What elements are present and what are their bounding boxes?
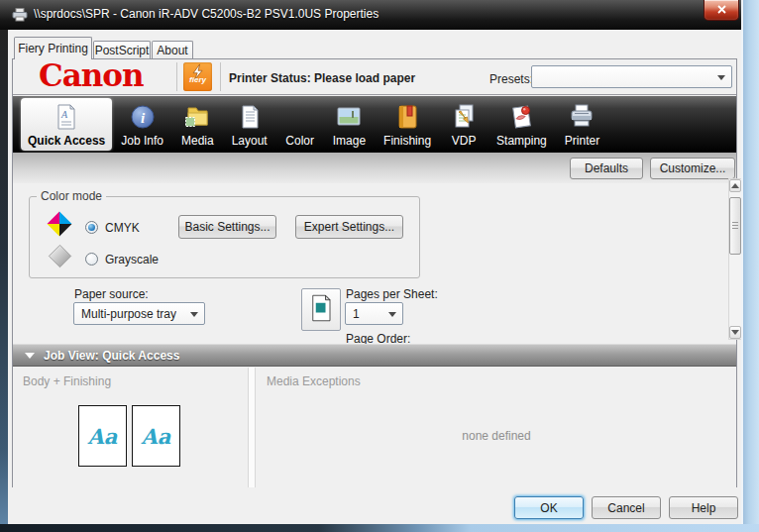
toolbar-item-label: Stamping — [496, 134, 547, 148]
chevron-down-icon — [717, 75, 725, 80]
body-finishing-title: Body + Finishing — [23, 374, 111, 388]
window-frame-right — [741, 0, 759, 532]
printer-status-label: Printer Status: — [229, 71, 311, 85]
close-button[interactable] — [704, 0, 739, 21]
page-preview-thumbnail: Aa — [78, 405, 127, 467]
svg-text:A: A — [60, 109, 68, 120]
job-view-header[interactable]: Job View: Quick Access — [13, 344, 736, 367]
job-view-title: Job View: Quick Access — [44, 349, 179, 363]
info-icon: i — [128, 102, 158, 132]
scroll-down-icon — [731, 330, 739, 335]
help-button[interactable]: Help — [669, 496, 738, 519]
defaults-button[interactable]: Defaults — [570, 158, 643, 179]
toolbar-item-media[interactable]: Media — [172, 96, 223, 153]
media-exceptions-empty-text: none defined — [257, 429, 736, 443]
thumbnail-text: Aa — [88, 424, 118, 449]
toolbar-item-label: Media — [181, 134, 214, 148]
radio-cmyk[interactable] — [85, 221, 98, 234]
tab-label: PostScript — [95, 44, 150, 57]
page-preview-thumbnail: Aa — [132, 405, 180, 467]
window-frame-bottom — [0, 524, 759, 532]
toolbar-item-label: VDP — [452, 134, 477, 148]
cmyk-label: CMYK — [105, 221, 140, 235]
window-frame-left — [0, 30, 8, 524]
scrollbar-thumb[interactable] — [729, 197, 741, 255]
properties-window: \\sprdocs\SPR - Canon iR-ADV C5200s-B2 P… — [0, 0, 759, 532]
paper-source-value: Multi-purpose tray — [81, 307, 176, 321]
toolbar-item-quick-access[interactable]: A Quick Access — [21, 98, 112, 151]
presets-label: Presets: — [489, 72, 533, 86]
cmyk-diamond-icon — [46, 210, 73, 241]
pages-per-sheet-icon-button[interactable] — [301, 288, 341, 331]
settings-toolbar: A Quick Access i Job Info Media — [13, 96, 736, 153]
divider — [176, 62, 177, 91]
basic-settings-label: Basic Settings... — [184, 220, 270, 234]
header-band: Canon fiery Printer Status: Please load … — [13, 59, 736, 95]
quick-access-settings: Color mode CMYK Basic Settings... Expert… — [13, 183, 736, 344]
printer-icon — [12, 8, 28, 22]
toolbar-item-label: Image — [333, 134, 366, 148]
toolbar-item-stamping[interactable]: Stamping — [488, 96, 556, 153]
tab-fiery-printing[interactable]: Fiery Printing — [14, 37, 92, 59]
toolbar-item-job-info[interactable]: i Job Info — [112, 96, 172, 153]
title-bar[interactable]: \\sprdocs\SPR - Canon iR-ADV C5200s-B2 P… — [0, 0, 741, 30]
pages-per-sheet-label: Pages per Sheet: — [346, 287, 438, 301]
fiery-logo: fiery — [183, 62, 212, 91]
basic-settings-button[interactable]: Basic Settings... — [178, 215, 276, 239]
toolbar-item-label: Quick Access — [28, 134, 105, 148]
stacked-pages-icon — [449, 102, 479, 132]
color-mode-group-label: Color mode — [37, 189, 106, 203]
pages-per-sheet-icon — [308, 293, 334, 326]
toolbar-item-layout[interactable]: Layout — [223, 96, 276, 153]
body-finishing-pane: Body + Finishing Aa Aa — [13, 368, 248, 487]
toolbar-item-color[interactable]: Color — [276, 96, 324, 153]
customize-button-label: Customize... — [660, 161, 726, 175]
job-view-panes: Body + Finishing Aa Aa Media Exceptions … — [13, 368, 736, 487]
scroll-up-button[interactable] — [729, 179, 741, 192]
stamped-page-icon — [506, 102, 536, 132]
photo-icon — [334, 102, 364, 132]
radio-grayscale[interactable] — [85, 253, 98, 266]
canon-logo: Canon — [39, 56, 144, 94]
chevron-down-icon — [190, 312, 198, 317]
toolbar-item-finishing[interactable]: Finishing — [375, 96, 440, 153]
color-wheel-icon — [285, 102, 315, 132]
defaults-button-label: Defaults — [585, 161, 628, 175]
page-icon — [235, 102, 265, 132]
grayscale-label: Grayscale — [105, 253, 159, 266]
toolbar-item-label: Color — [285, 134, 314, 148]
help-button-label: Help — [692, 501, 716, 515]
dialog-body: Fiery Printing PostScript About Canon fi… — [8, 30, 741, 524]
toolbar-item-label: Printer — [565, 134, 599, 148]
pane-divider — [248, 368, 256, 487]
book-icon — [392, 102, 422, 132]
cancel-button-label: Cancel — [607, 501, 644, 515]
toolbar-item-printer[interactable]: Printer — [556, 96, 608, 153]
collapse-arrow-icon — [25, 353, 35, 359]
cancel-button[interactable]: Cancel — [592, 496, 661, 519]
toolbar-item-label: Layout — [232, 134, 268, 148]
scroll-up-icon — [731, 183, 739, 188]
toolbar-item-vdp[interactable]: VDP — [440, 96, 488, 153]
scroll-down-button[interactable] — [729, 326, 741, 339]
customize-button[interactable]: Customize... — [650, 158, 735, 179]
toolbar-item-label: Job Info — [121, 134, 163, 148]
divider — [220, 62, 221, 91]
paper-source-label: Paper source: — [74, 287, 149, 301]
folder-icon — [182, 102, 212, 132]
printer-status-value: Please load paper — [314, 71, 415, 85]
settings-scrollbar[interactable] — [728, 178, 742, 340]
tab-label: About — [157, 44, 187, 57]
expert-settings-button[interactable]: Expert Settings... — [295, 215, 403, 239]
fiery-logo-text: fiery — [183, 76, 212, 84]
pages-per-sheet-value: 1 — [353, 307, 360, 321]
presets-select[interactable] — [531, 65, 732, 88]
paper-source-select[interactable]: Multi-purpose tray — [73, 302, 205, 325]
ok-button-label: OK — [540, 501, 557, 515]
toolbar-item-image[interactable]: Image — [324, 96, 375, 153]
pages-per-sheet-select[interactable]: 1 — [345, 302, 403, 325]
ok-button[interactable]: OK — [514, 496, 584, 519]
tab-about[interactable]: About — [152, 41, 193, 59]
defaults-band: Defaults Customize... — [13, 153, 736, 183]
toolbar-item-label: Finishing — [383, 134, 431, 148]
